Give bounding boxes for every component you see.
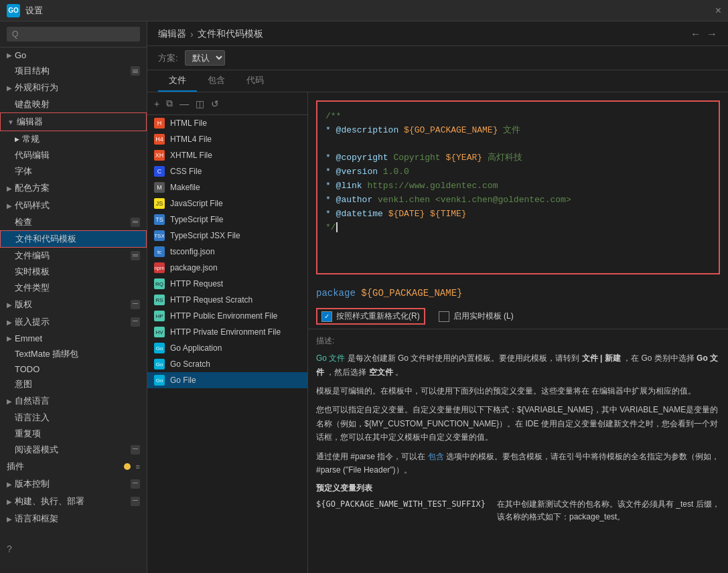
reset-button[interactable]: ↺ <box>210 97 220 110</box>
three-panel: + ⧉ — ◫ ↺ H HTML File H4 HTML4 File <box>147 92 728 573</box>
sidebar-item-vcs[interactable]: ▶ 版本控制 <box>0 475 147 493</box>
sidebar-item-build[interactable]: ▶ 构建、执行、部署 <box>0 493 147 510</box>
chevron-down-icon: ▼ <box>7 118 14 126</box>
reformat-option[interactable]: 按照样式重新格式化(R) <box>316 308 425 325</box>
sidebar-item-color-scheme[interactable]: ▶ 配色方案 <box>0 179 147 197</box>
file-item-label: Go Scratch <box>170 359 210 369</box>
realtime-checkbox[interactable] <box>439 311 449 322</box>
remove-button[interactable]: — <box>178 97 190 110</box>
go-scratch-icon: Go <box>154 359 165 370</box>
sidebar-item-todo[interactable]: TODO <box>0 362 147 376</box>
list-item[interactable]: H HTML File <box>147 115 307 131</box>
annotation: * @link <box>325 181 362 191</box>
sidebar-item-duplicates[interactable]: 重复项 <box>0 426 147 442</box>
realtime-label: 启用实时模板 (L) <box>453 311 514 322</box>
list-item[interactable]: M Makefile <box>147 179 307 195</box>
sidebar-item-lang-framework[interactable]: ▶ 语言和框架 <box>0 510 147 527</box>
chevron-right-icon: ▶ <box>7 185 12 192</box>
copy-button[interactable]: ⧉ <box>165 96 174 110</box>
forward-button[interactable]: → <box>707 28 717 40</box>
sidebar-item-intentions[interactable]: 意图 <box>0 376 147 392</box>
list-item[interactable]: RQ HTTP Request <box>147 276 307 292</box>
sidebar-item-code-style[interactable]: ▶ 代码样式 <box>0 197 147 214</box>
badge-icon <box>131 445 140 455</box>
sidebar-item-label: 代码编辑 <box>15 149 50 161</box>
annotation: * @version <box>325 167 378 177</box>
package-line: package ${GO_PACKAGE_NAME} <box>308 282 728 304</box>
list-item[interactable]: npm package.json <box>147 260 307 276</box>
annotation: * @description <box>325 125 398 135</box>
list-item[interactable]: Go Go Application <box>147 340 307 356</box>
sidebar-item-copyright[interactable]: ▶ 版权 <box>0 296 147 313</box>
tab-includes[interactable]: 包含 <box>197 70 236 92</box>
chevron-right-icon: ▶ <box>7 84 12 92</box>
sidebar-item-font[interactable]: 字体 <box>0 163 147 179</box>
search-input[interactable] <box>7 27 140 42</box>
description-area: 描述: Go 文件 是每次创建新 Go 文件时使用的内置模板。要使用此模板，请转… <box>308 329 728 573</box>
code-text: 1.0.0 <box>383 167 409 177</box>
sidebar-item-natural-language[interactable]: ▶ 自然语言 <box>0 392 147 410</box>
sidebar-item-keymap[interactable]: 键盘映射 <box>0 96 147 112</box>
http-scratch-icon: RS <box>154 295 165 305</box>
tab-files[interactable]: 文件 <box>158 70 197 92</box>
sidebar-item-go[interactable]: ▶ Go <box>0 48 147 63</box>
sidebar-item-reader-mode[interactable]: 阅读器模式 <box>0 442 147 458</box>
sidebar-item-emmet[interactable]: ▶ Emmet <box>0 331 147 346</box>
list-item[interactable]: HV HTTP Private Environment File <box>147 324 307 340</box>
sidebar-item-label: 文件编码 <box>15 250 50 262</box>
list-item[interactable]: HP HTTP Public Environment File <box>147 308 307 324</box>
list-item-go-file[interactable]: Go Go File <box>147 372 307 388</box>
sidebar-item-normal[interactable]: ▶ 常规 <box>0 131 147 147</box>
sidebar-item-textmate[interactable]: TextMate 插绑包 <box>0 346 147 362</box>
code-line: /** <box>325 110 711 124</box>
sidebar-item-live-templates[interactable]: 实时模板 <box>0 264 147 280</box>
sidebar-item-plugins[interactable]: 插件 ≡ <box>0 458 147 475</box>
sidebar-item-inspection[interactable]: 检查 <box>0 214 147 230</box>
list-item[interactable]: TS TypeScript File <box>147 212 307 228</box>
list-item[interactable]: RS HTTP Request Scratch <box>147 292 307 308</box>
code-editor[interactable]: /** * @description ${GO_PACKAGE_NAME} 文件… <box>316 100 720 274</box>
help-button[interactable]: ? <box>7 544 12 554</box>
close-button[interactable]: × <box>715 5 721 17</box>
sidebar-item-inlay-hints[interactable]: ▶ 嵌入提示 <box>0 313 147 331</box>
add-button[interactable]: + <box>153 97 161 110</box>
http-priv-icon: HV <box>154 327 165 337</box>
save-button[interactable]: ◫ <box>194 97 206 110</box>
list-item[interactable]: tc tsconfig.json <box>147 244 307 260</box>
sidebar-item-editor[interactable]: ▼ 编辑器 <box>0 112 147 131</box>
realtime-option[interactable]: 启用实时模板 (L) <box>439 311 514 322</box>
title-bar: GO 设置 × <box>0 0 728 21</box>
reformat-checkbox[interactable] <box>321 311 332 322</box>
desc-paragraph2: 模板是可编辑的。在模板中，可以使用下面列出的预定义变量。这些变量将在 在编辑器中… <box>316 384 720 398</box>
list-item[interactable]: H4 HTML4 File <box>147 131 307 147</box>
sidebar-item-file-types[interactable]: 文件类型 <box>0 280 147 296</box>
sidebar-item-label: 代码样式 <box>15 199 50 212</box>
list-item[interactable]: JS JavaScript File <box>147 195 307 212</box>
sidebar-item-file-encoding[interactable]: 文件编码 <box>0 248 147 264</box>
app-logo: GO <box>7 4 20 17</box>
sidebar-item-code-edit[interactable]: 代码编辑 <box>0 147 147 163</box>
list-item[interactable]: TSX TypeScript JSX File <box>147 228 307 244</box>
highlight-text: Go 文件 <box>316 353 345 363</box>
sidebar-item-label: 版本控制 <box>15 478 50 490</box>
badge-icon <box>131 300 140 309</box>
back-button[interactable]: ← <box>690 28 701 40</box>
list-item[interactable]: Go Go Scratch <box>147 356 307 372</box>
svg-rect-10 <box>133 483 138 483</box>
code-line: * @author venki.chen <venki.chen@goldent… <box>325 193 711 208</box>
badge-icon <box>131 66 140 76</box>
variable-desc: 在其中创建新测试文件的包名称。该文件必须具有 _test 后缀，该名称的格式如下… <box>497 498 720 523</box>
sidebar-item-label: 常规 <box>22 133 40 145</box>
file-item-label: HTTP Public Environment File <box>170 311 278 321</box>
list-item[interactable]: C CSS File <box>147 163 307 179</box>
list-item[interactable]: XH XHTML File <box>147 147 307 163</box>
sidebar-item-appearance[interactable]: ▶ 外观和行为 <box>0 79 147 96</box>
desc-title: 描述: <box>316 335 720 347</box>
pkg-icon: npm <box>154 262 165 273</box>
sidebar-item-project-structure[interactable]: 项目结构 <box>0 63 147 79</box>
file-item-label: HTML4 File <box>170 135 212 144</box>
tab-code[interactable]: 代码 <box>236 70 275 92</box>
sidebar-item-lang-injection[interactable]: 语言注入 <box>0 410 147 426</box>
sidebar-item-file-templates[interactable]: 文件和代码模板 <box>0 230 147 248</box>
schema-select[interactable]: 默认 <box>185 50 225 66</box>
